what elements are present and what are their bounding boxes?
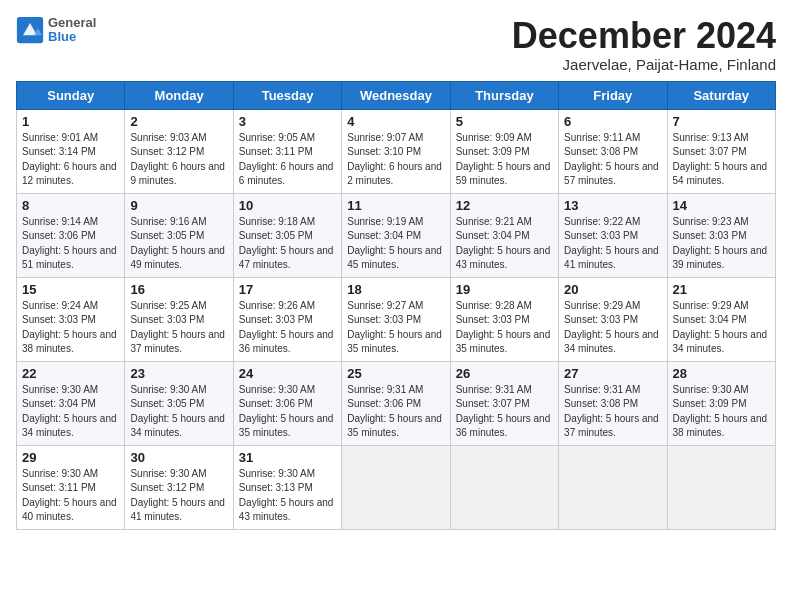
day-info: Sunrise: 9:30 AMSunset: 3:13 PMDaylight:… bbox=[239, 467, 336, 525]
week-row-3: 15Sunrise: 9:24 AMSunset: 3:03 PMDayligh… bbox=[17, 277, 776, 361]
day-info: Sunrise: 9:07 AMSunset: 3:10 PMDaylight:… bbox=[347, 131, 444, 189]
calendar-cell: 3Sunrise: 9:05 AMSunset: 3:11 PMDaylight… bbox=[233, 109, 341, 193]
day-number: 25 bbox=[347, 366, 444, 381]
logo: General Blue bbox=[16, 16, 96, 45]
day-info: Sunrise: 9:29 AMSunset: 3:04 PMDaylight:… bbox=[673, 299, 770, 357]
calendar-table: SundayMondayTuesdayWednesdayThursdayFrid… bbox=[16, 81, 776, 530]
day-info: Sunrise: 9:30 AMSunset: 3:05 PMDaylight:… bbox=[130, 383, 227, 441]
day-number: 17 bbox=[239, 282, 336, 297]
logo-text: General Blue bbox=[48, 16, 96, 45]
calendar-cell: 30Sunrise: 9:30 AMSunset: 3:12 PMDayligh… bbox=[125, 445, 233, 529]
day-number: 29 bbox=[22, 450, 119, 465]
day-info: Sunrise: 9:03 AMSunset: 3:12 PMDaylight:… bbox=[130, 131, 227, 189]
calendar-cell: 6Sunrise: 9:11 AMSunset: 3:08 PMDaylight… bbox=[559, 109, 667, 193]
day-number: 27 bbox=[564, 366, 661, 381]
calendar-cell: 9Sunrise: 9:16 AMSunset: 3:05 PMDaylight… bbox=[125, 193, 233, 277]
day-info: Sunrise: 9:31 AMSunset: 3:07 PMDaylight:… bbox=[456, 383, 553, 441]
day-number: 11 bbox=[347, 198, 444, 213]
calendar-cell: 21Sunrise: 9:29 AMSunset: 3:04 PMDayligh… bbox=[667, 277, 775, 361]
calendar-cell bbox=[667, 445, 775, 529]
day-info: Sunrise: 9:28 AMSunset: 3:03 PMDaylight:… bbox=[456, 299, 553, 357]
calendar-cell: 27Sunrise: 9:31 AMSunset: 3:08 PMDayligh… bbox=[559, 361, 667, 445]
calendar-cell: 25Sunrise: 9:31 AMSunset: 3:06 PMDayligh… bbox=[342, 361, 450, 445]
title-block: December 2024 Jaervelae, Paijat-Hame, Fi… bbox=[512, 16, 776, 73]
day-number: 22 bbox=[22, 366, 119, 381]
day-info: Sunrise: 9:09 AMSunset: 3:09 PMDaylight:… bbox=[456, 131, 553, 189]
day-number: 5 bbox=[456, 114, 553, 129]
day-number: 9 bbox=[130, 198, 227, 213]
logo-icon bbox=[16, 16, 44, 44]
main-title: December 2024 bbox=[512, 16, 776, 56]
calendar-cell: 15Sunrise: 9:24 AMSunset: 3:03 PMDayligh… bbox=[17, 277, 125, 361]
page-header: General Blue December 2024 Jaervelae, Pa… bbox=[16, 16, 776, 73]
subtitle: Jaervelae, Paijat-Hame, Finland bbox=[512, 56, 776, 73]
week-row-1: 1Sunrise: 9:01 AMSunset: 3:14 PMDaylight… bbox=[17, 109, 776, 193]
day-number: 30 bbox=[130, 450, 227, 465]
day-info: Sunrise: 9:22 AMSunset: 3:03 PMDaylight:… bbox=[564, 215, 661, 273]
day-info: Sunrise: 9:30 AMSunset: 3:11 PMDaylight:… bbox=[22, 467, 119, 525]
calendar-cell: 31Sunrise: 9:30 AMSunset: 3:13 PMDayligh… bbox=[233, 445, 341, 529]
week-row-5: 29Sunrise: 9:30 AMSunset: 3:11 PMDayligh… bbox=[17, 445, 776, 529]
days-header-row: SundayMondayTuesdayWednesdayThursdayFrid… bbox=[17, 81, 776, 109]
calendar-cell: 8Sunrise: 9:14 AMSunset: 3:06 PMDaylight… bbox=[17, 193, 125, 277]
calendar-cell: 26Sunrise: 9:31 AMSunset: 3:07 PMDayligh… bbox=[450, 361, 558, 445]
calendar-cell: 10Sunrise: 9:18 AMSunset: 3:05 PMDayligh… bbox=[233, 193, 341, 277]
day-info: Sunrise: 9:30 AMSunset: 3:12 PMDaylight:… bbox=[130, 467, 227, 525]
day-info: Sunrise: 9:30 AMSunset: 3:06 PMDaylight:… bbox=[239, 383, 336, 441]
calendar-cell: 28Sunrise: 9:30 AMSunset: 3:09 PMDayligh… bbox=[667, 361, 775, 445]
day-info: Sunrise: 9:13 AMSunset: 3:07 PMDaylight:… bbox=[673, 131, 770, 189]
day-info: Sunrise: 9:11 AMSunset: 3:08 PMDaylight:… bbox=[564, 131, 661, 189]
day-info: Sunrise: 9:14 AMSunset: 3:06 PMDaylight:… bbox=[22, 215, 119, 273]
day-header-friday: Friday bbox=[559, 81, 667, 109]
day-info: Sunrise: 9:26 AMSunset: 3:03 PMDaylight:… bbox=[239, 299, 336, 357]
day-number: 20 bbox=[564, 282, 661, 297]
calendar-cell: 24Sunrise: 9:30 AMSunset: 3:06 PMDayligh… bbox=[233, 361, 341, 445]
day-number: 14 bbox=[673, 198, 770, 213]
calendar-cell bbox=[342, 445, 450, 529]
day-number: 16 bbox=[130, 282, 227, 297]
day-info: Sunrise: 9:31 AMSunset: 3:06 PMDaylight:… bbox=[347, 383, 444, 441]
day-number: 3 bbox=[239, 114, 336, 129]
calendar-cell: 29Sunrise: 9:30 AMSunset: 3:11 PMDayligh… bbox=[17, 445, 125, 529]
calendar-cell: 16Sunrise: 9:25 AMSunset: 3:03 PMDayligh… bbox=[125, 277, 233, 361]
day-info: Sunrise: 9:23 AMSunset: 3:03 PMDaylight:… bbox=[673, 215, 770, 273]
day-number: 31 bbox=[239, 450, 336, 465]
day-header-thursday: Thursday bbox=[450, 81, 558, 109]
day-number: 12 bbox=[456, 198, 553, 213]
calendar-cell: 18Sunrise: 9:27 AMSunset: 3:03 PMDayligh… bbox=[342, 277, 450, 361]
day-header-saturday: Saturday bbox=[667, 81, 775, 109]
day-info: Sunrise: 9:19 AMSunset: 3:04 PMDaylight:… bbox=[347, 215, 444, 273]
day-number: 7 bbox=[673, 114, 770, 129]
calendar-cell bbox=[450, 445, 558, 529]
day-number: 18 bbox=[347, 282, 444, 297]
day-info: Sunrise: 9:30 AMSunset: 3:09 PMDaylight:… bbox=[673, 383, 770, 441]
calendar-cell: 23Sunrise: 9:30 AMSunset: 3:05 PMDayligh… bbox=[125, 361, 233, 445]
day-info: Sunrise: 9:18 AMSunset: 3:05 PMDaylight:… bbox=[239, 215, 336, 273]
day-info: Sunrise: 9:21 AMSunset: 3:04 PMDaylight:… bbox=[456, 215, 553, 273]
day-info: Sunrise: 9:30 AMSunset: 3:04 PMDaylight:… bbox=[22, 383, 119, 441]
day-number: 23 bbox=[130, 366, 227, 381]
logo-blue: Blue bbox=[48, 30, 96, 44]
calendar-cell: 5Sunrise: 9:09 AMSunset: 3:09 PMDaylight… bbox=[450, 109, 558, 193]
calendar-cell: 17Sunrise: 9:26 AMSunset: 3:03 PMDayligh… bbox=[233, 277, 341, 361]
day-number: 19 bbox=[456, 282, 553, 297]
calendar-cell: 2Sunrise: 9:03 AMSunset: 3:12 PMDaylight… bbox=[125, 109, 233, 193]
day-number: 15 bbox=[22, 282, 119, 297]
day-number: 13 bbox=[564, 198, 661, 213]
week-row-4: 22Sunrise: 9:30 AMSunset: 3:04 PMDayligh… bbox=[17, 361, 776, 445]
day-header-tuesday: Tuesday bbox=[233, 81, 341, 109]
day-header-wednesday: Wednesday bbox=[342, 81, 450, 109]
day-number: 26 bbox=[456, 366, 553, 381]
day-number: 24 bbox=[239, 366, 336, 381]
calendar-cell: 7Sunrise: 9:13 AMSunset: 3:07 PMDaylight… bbox=[667, 109, 775, 193]
day-info: Sunrise: 9:29 AMSunset: 3:03 PMDaylight:… bbox=[564, 299, 661, 357]
day-number: 1 bbox=[22, 114, 119, 129]
calendar-cell: 11Sunrise: 9:19 AMSunset: 3:04 PMDayligh… bbox=[342, 193, 450, 277]
day-info: Sunrise: 9:01 AMSunset: 3:14 PMDaylight:… bbox=[22, 131, 119, 189]
calendar-cell bbox=[559, 445, 667, 529]
calendar-cell: 1Sunrise: 9:01 AMSunset: 3:14 PMDaylight… bbox=[17, 109, 125, 193]
calendar-cell: 12Sunrise: 9:21 AMSunset: 3:04 PMDayligh… bbox=[450, 193, 558, 277]
calendar-cell: 22Sunrise: 9:30 AMSunset: 3:04 PMDayligh… bbox=[17, 361, 125, 445]
logo-general: General bbox=[48, 16, 96, 30]
day-number: 8 bbox=[22, 198, 119, 213]
